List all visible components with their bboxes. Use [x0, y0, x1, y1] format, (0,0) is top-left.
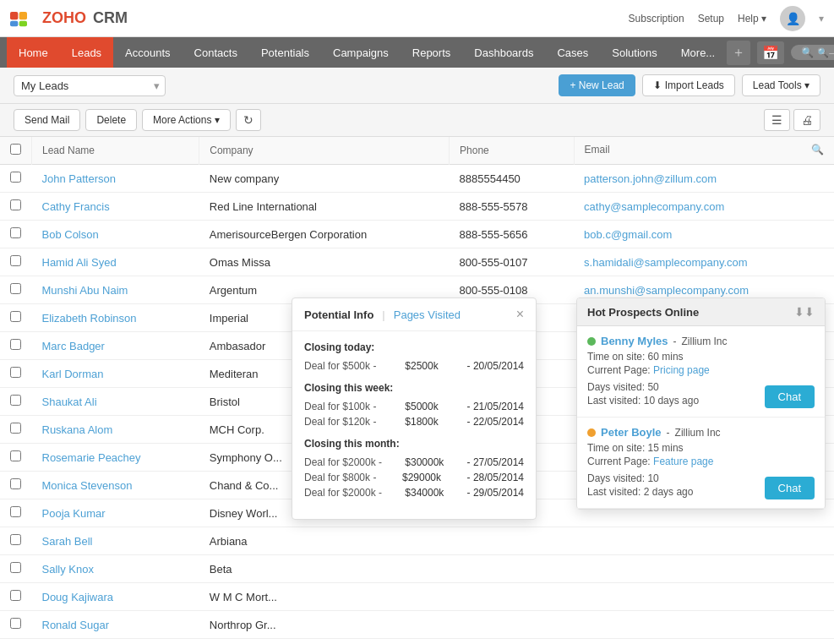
prospect-name-1[interactable]: Peter Boyle — [601, 426, 662, 439]
popup-today-deal-0: Deal for $500k - — [304, 360, 376, 372]
lead-name-link-3[interactable]: Hamid Ali Syed — [42, 256, 117, 269]
calendar-icon-btn[interactable]: 📅 — [757, 41, 784, 64]
email-link-2[interactable]: bob.c@gmail.com — [584, 228, 672, 241]
prospect-card-0: Benny Myles - Zillium Inc Time on site: … — [577, 326, 825, 418]
chat-button-0[interactable]: Chat — [765, 385, 815, 408]
lead-tools-button[interactable]: Lead Tools ▾ — [742, 74, 820, 96]
nav-item-home[interactable]: Home — [7, 37, 60, 68]
row-select-6[interactable] — [10, 339, 21, 350]
row-select-14[interactable] — [10, 562, 21, 573]
popup-today-amount-0: $2500k — [405, 360, 438, 372]
email-link-0[interactable]: patterson.john@zillum.com — [584, 172, 717, 185]
nav-item-accounts[interactable]: Accounts — [113, 37, 182, 68]
row-select-4[interactable] — [10, 283, 21, 294]
help-link[interactable]: Help ▾ — [738, 13, 766, 25]
row-checkbox-16 — [0, 611, 32, 639]
nav-item-campaigns[interactable]: Campaigns — [321, 37, 401, 68]
popup-tab-potential[interactable]: Potential Info — [304, 308, 373, 321]
email-link-4[interactable]: an.munshi@samplecompany.com — [584, 284, 749, 297]
add-icon-btn[interactable]: ＋ — [727, 41, 750, 65]
nav-item-more[interactable]: More... — [669, 37, 727, 68]
hot-prospects-title: Hot Prospects Online — [587, 306, 699, 319]
prospect-page-0: Current Page: Pricing page — [587, 364, 815, 376]
setup-link[interactable]: Setup — [698, 13, 724, 25]
popup-week-date-1: - 22/05/2014 — [467, 416, 524, 428]
header-phone[interactable]: Phone — [450, 137, 575, 165]
row-select-3[interactable] — [10, 255, 21, 266]
popup-tab-pages[interactable]: Pages Visited — [394, 308, 461, 321]
prospect-time-label-1: Time on site: — [587, 442, 645, 454]
hot-prospects-collapse-button[interactable]: ⬇⬇ — [794, 305, 815, 319]
row-select-11[interactable] — [10, 478, 21, 489]
row-select-2[interactable] — [10, 227, 21, 238]
lead-name-link-10[interactable]: Rosemarie Peachey — [42, 451, 141, 464]
lead-name-link-15[interactable]: Doug Kajiwara — [42, 591, 114, 603]
lead-name-link-14[interactable]: Sally Knox — [42, 563, 94, 576]
lead-name-link-5[interactable]: Elizabeth Robinson — [42, 312, 137, 325]
email-link-3[interactable]: s.hamidali@samplecompany.com — [584, 256, 748, 269]
row-select-5[interactable] — [10, 311, 21, 322]
header-lead-name[interactable]: Lead Name — [32, 137, 199, 165]
table-row: Doug Kajiwara W M C Mort... — [0, 583, 834, 611]
row-select-7[interactable] — [10, 367, 21, 378]
lead-name-link-6[interactable]: Marc Badger — [42, 340, 105, 352]
row-company-0: New company — [199, 165, 450, 193]
row-select-9[interactable] — [10, 423, 21, 434]
nav-item-reports[interactable]: Reports — [401, 37, 463, 68]
lead-name-link-1[interactable]: Cathy Francis — [42, 200, 110, 213]
email-link-1[interactable]: cathy@samplecompany.com — [584, 200, 724, 213]
import-leads-button[interactable]: ⬇ Import Leads — [642, 74, 735, 96]
row-select-13[interactable] — [10, 534, 21, 545]
row-select-16[interactable] — [10, 618, 21, 629]
lead-name-link-2[interactable]: Bob Colson — [42, 228, 99, 241]
send-mail-button[interactable]: Send Mail — [14, 109, 80, 131]
nav-item-solutions[interactable]: Solutions — [600, 37, 668, 68]
list-view-button[interactable]: ☰ — [764, 109, 790, 131]
nav-item-potentials[interactable]: Potentials — [249, 37, 321, 68]
refresh-button[interactable]: ↻ — [236, 109, 261, 131]
prospect-page-link-0[interactable]: Pricing page — [653, 364, 710, 376]
header-checkbox-col — [0, 137, 32, 165]
popup-week-title: Closing this week: — [304, 382, 524, 394]
row-select-0[interactable] — [10, 172, 21, 183]
user-menu-arrow[interactable]: ▾ — [819, 13, 824, 25]
popup-close-button[interactable]: × — [516, 307, 524, 322]
nav-item-leads[interactable]: Leads — [60, 37, 113, 68]
prospect-page-link-1[interactable]: Feature page — [653, 456, 713, 467]
lead-name-link-13[interactable]: Sarah Bell — [42, 535, 93, 548]
global-search[interactable]: 🔍🔍– — [791, 45, 834, 60]
row-phone-2: 888-555-5656 — [450, 221, 575, 248]
row-select-8[interactable] — [10, 395, 21, 406]
print-button[interactable]: 🖨 — [793, 109, 820, 131]
lead-name-link-16[interactable]: Ronald Sugar — [42, 619, 110, 631]
nav-item-contacts[interactable]: Contacts — [183, 37, 249, 68]
lead-name-link-11[interactable]: Monica Stevenson — [42, 479, 133, 492]
select-all-checkbox[interactable] — [10, 144, 21, 155]
prospect-name-0[interactable]: Benny Myles — [601, 335, 668, 347]
lead-name-link-7[interactable]: Karl Dorman — [42, 368, 104, 380]
row-email-3: s.hamidali@samplecompany.com — [574, 248, 834, 276]
search-email-icon[interactable]: 🔍 — [811, 144, 824, 156]
avatar[interactable]: 👤 — [780, 6, 805, 31]
row-select-1[interactable] — [10, 199, 21, 210]
subscription-link[interactable]: Subscription — [629, 13, 684, 25]
row-select-10[interactable] — [10, 450, 21, 461]
header-email[interactable]: Email 🔍 — [575, 137, 834, 162]
lead-name-link-12[interactable]: Pooja Kumar — [42, 507, 106, 520]
view-dropdown[interactable]: My Leads — [14, 75, 166, 96]
row-checkbox-14 — [0, 555, 32, 583]
nav-item-cases[interactable]: Cases — [545, 37, 600, 68]
lead-name-link-9[interactable]: Ruskana Alom — [42, 423, 113, 436]
lead-name-link-8[interactable]: Shaukat Ali — [42, 396, 97, 408]
new-lead-button[interactable]: + New Lead — [559, 74, 635, 96]
chat-button-1[interactable]: Chat — [765, 477, 815, 499]
header-company[interactable]: Company — [199, 137, 450, 165]
lead-name-link-0[interactable]: John Patterson — [42, 172, 116, 185]
lead-name-link-4[interactable]: Munshi Abu Naim — [42, 284, 128, 297]
row-select-15[interactable] — [10, 590, 21, 601]
table-row: John Patterson New company 8885554450 pa… — [0, 165, 834, 193]
delete-button[interactable]: Delete — [85, 109, 137, 131]
row-select-12[interactable] — [10, 506, 21, 517]
nav-item-dashboards[interactable]: Dashboards — [462, 37, 545, 68]
more-actions-button[interactable]: More Actions ▾ — [142, 109, 231, 131]
